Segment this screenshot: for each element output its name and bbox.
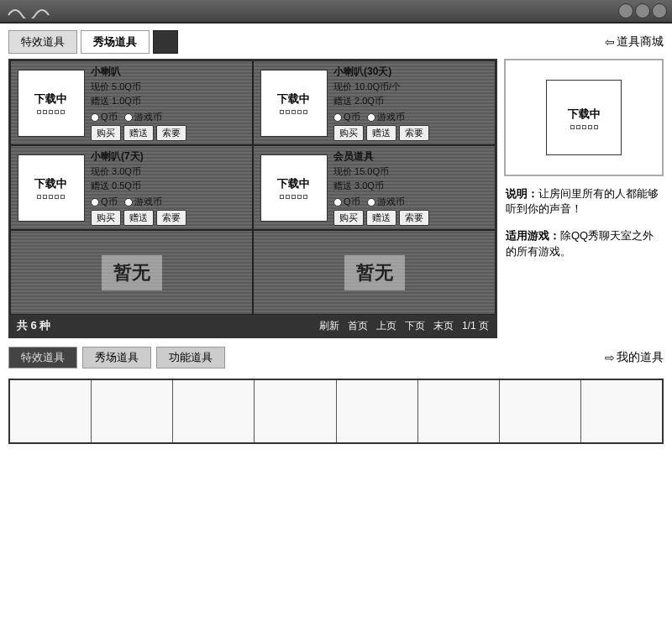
- item-thumb[interactable]: 下载中: [18, 70, 85, 137]
- want-button[interactable]: 索要: [399, 210, 429, 226]
- radio-gamecoin[interactable]: 游戏币: [367, 111, 405, 123]
- item-name: 小喇叭: [91, 65, 249, 79]
- item-info: 小喇叭 现价 5.0Q币 赠送 1.0Q币 Q币 游戏币 购买 赠送 索要: [91, 61, 252, 144]
- gift-button[interactable]: 赠送: [366, 125, 396, 141]
- item-cell: 下载中 小喇叭(30天) 现价 10.0Q币/个 赠送 2.0Q币 Q币 游戏币…: [253, 60, 496, 145]
- item-thumb[interactable]: 下载中: [18, 154, 85, 222]
- bottom-section: 特效道具 秀场道具 功能道具 ⇨ 我的道具: [0, 338, 672, 374]
- item-bonus: 赠送 0.5Q币: [91, 180, 249, 192]
- bottom-tab-effects[interactable]: 特效道具: [8, 347, 77, 368]
- item-price: 现价 5.0Q币: [91, 81, 249, 93]
- my-items-label: 我的道具: [617, 350, 664, 365]
- thumb-label: 下载中: [34, 176, 67, 191]
- bottom-tab-function[interactable]: 功能道具: [156, 347, 225, 368]
- item-bonus: 赠送 1.0Q币: [91, 95, 249, 107]
- radio-gamecoin[interactable]: 游戏币: [124, 111, 162, 123]
- want-button[interactable]: 索要: [399, 125, 429, 141]
- gift-button[interactable]: 赠送: [123, 125, 154, 141]
- item-buttons: 购买 赠送 索要: [333, 125, 491, 141]
- radio-gamecoin[interactable]: 游戏币: [367, 196, 405, 208]
- radio-gamecoin[interactable]: 游戏币: [124, 196, 162, 208]
- shop-link-label: 道具商城: [617, 34, 664, 50]
- radio-qcoin[interactable]: Q币: [91, 196, 118, 208]
- description-block: 说明：让房间里所有的人都能够听到你的声音！: [504, 185, 664, 218]
- item-name: 小喇叭(7天): [91, 149, 249, 164]
- bottom-tabs: 特效道具 秀场道具 功能道具: [8, 347, 225, 368]
- last-page-link[interactable]: 末页: [433, 319, 454, 333]
- item-buttons: 购买 赠送 索要: [91, 210, 249, 226]
- main-row: 下载中 小喇叭 现价 5.0Q币 赠送 1.0Q币 Q币 游戏币 购买 赠送: [0, 54, 672, 338]
- item-thumb[interactable]: 下载中: [260, 70, 328, 137]
- arrow-left-icon: ⇦: [605, 35, 615, 49]
- inventory-slot[interactable]: [92, 380, 173, 442]
- thumb-label: 下载中: [277, 176, 310, 191]
- want-button[interactable]: 索要: [156, 210, 186, 226]
- item-thumb[interactable]: 下载中: [260, 154, 328, 222]
- prev-page-link[interactable]: 上页: [376, 319, 396, 333]
- item-bonus: 赠送 3.0Q币: [333, 180, 491, 192]
- radio-qcoin[interactable]: Q币: [333, 111, 360, 123]
- my-items-link[interactable]: ⇨ 我的道具: [605, 350, 664, 365]
- inventory-slot[interactable]: [500, 380, 581, 442]
- gift-button[interactable]: 赠送: [123, 210, 154, 226]
- top-bar: 特效道具 秀场道具 ⇦ 道具商城: [8, 30, 664, 54]
- item-thumb-wrap: 下载中: [11, 61, 91, 144]
- item-thumb-wrap: 下载中: [254, 146, 333, 229]
- currency-row: Q币 游戏币: [333, 196, 491, 208]
- want-button[interactable]: 索要: [156, 125, 186, 141]
- top-section: 特效道具 秀场道具 ⇦ 道具商城: [0, 24, 672, 54]
- radio-qcoin[interactable]: Q币: [333, 196, 360, 208]
- radio-qcoin[interactable]: Q币: [91, 111, 118, 123]
- first-page-link[interactable]: 首页: [348, 319, 368, 333]
- tab-special-effects[interactable]: 特效道具: [8, 30, 77, 54]
- item-info: 会员道具 现价 15.0Q币 赠送 3.0Q币 Q币 游戏币 购买 赠送 索要: [333, 146, 495, 229]
- thumb-label: 下载中: [277, 91, 310, 107]
- buy-button[interactable]: 购买: [91, 125, 121, 141]
- inventory-slot[interactable]: [418, 380, 500, 442]
- item-cell: 下载中 小喇叭 现价 5.0Q币 赠送 1.0Q币 Q币 游戏币 购买 赠送: [10, 60, 253, 145]
- bottom-tab-show[interactable]: 秀场道具: [82, 347, 151, 368]
- progress-dots-icon: [280, 195, 307, 199]
- pager: 刷新 首页 上页 下页 末页 1/1 页: [319, 319, 489, 333]
- progress-dots-icon: [280, 110, 307, 114]
- item-buttons: 购买 赠送 索要: [91, 125, 249, 141]
- buy-button[interactable]: 购买: [91, 210, 121, 226]
- side-panel: 下载中 说明：让房间里所有的人都能够听到你的声音！ 适用游戏：除QQ秀聊天室之外…: [504, 59, 664, 338]
- refresh-link[interactable]: 刷新: [319, 319, 339, 333]
- inventory-slot[interactable]: [337, 380, 418, 442]
- inventory-slot[interactable]: [173, 380, 255, 442]
- minimize-button[interactable]: [618, 3, 633, 18]
- item-price: 现价 15.0Q币: [333, 165, 491, 178]
- placeholder-label: 暂无: [344, 255, 405, 290]
- inventory-slot[interactable]: [581, 380, 662, 442]
- tab-extra[interactable]: [153, 30, 178, 54]
- progress-dots-icon: [570, 125, 598, 129]
- buy-button[interactable]: 购买: [333, 210, 364, 226]
- next-page-link[interactable]: 下页: [405, 319, 425, 333]
- page-indicator: 1/1 页: [462, 319, 489, 333]
- item-bonus: 赠送 2.0Q币: [333, 95, 491, 107]
- window-controls: [618, 3, 667, 18]
- gift-button[interactable]: 赠送: [366, 210, 396, 226]
- preview-label: 下载中: [568, 107, 601, 122]
- tab-show-items[interactable]: 秀场道具: [81, 30, 150, 54]
- currency-row: Q币 游戏币: [91, 196, 249, 208]
- arrow-right-icon: ⇨: [605, 351, 615, 364]
- item-cell: 下载中 会员道具 现价 15.0Q币 赠送 3.0Q币 Q币 游戏币 购买 赠送: [253, 145, 496, 230]
- close-button[interactable]: [652, 3, 667, 18]
- currency-row: Q币 游戏币: [91, 111, 249, 123]
- progress-dots-icon: [37, 195, 65, 199]
- maximize-button[interactable]: [635, 3, 650, 18]
- placeholder-label: 暂无: [102, 255, 162, 290]
- progress-dots-icon: [37, 110, 65, 114]
- item-grid: 下载中 小喇叭 现价 5.0Q币 赠送 1.0Q币 Q币 游戏币 购买 赠送: [10, 60, 496, 315]
- buy-button[interactable]: 购买: [333, 125, 364, 141]
- item-info: 小喇叭(7天) 现价 3.0Q币 赠送 0.5Q币 Q币 游戏币 购买 赠送 索…: [91, 146, 252, 229]
- item-cell: 下载中 小喇叭(7天) 现价 3.0Q币 赠送 0.5Q币 Q币 游戏币 购买 …: [10, 145, 253, 230]
- inventory-slot[interactable]: [10, 380, 92, 442]
- shop-link[interactable]: ⇦ 道具商城: [605, 34, 664, 50]
- preview-box: 下载中: [504, 59, 664, 176]
- inventory-slot[interactable]: [255, 380, 336, 442]
- currency-row: Q币 游戏币: [333, 111, 491, 123]
- item-price: 现价 3.0Q币: [91, 165, 249, 178]
